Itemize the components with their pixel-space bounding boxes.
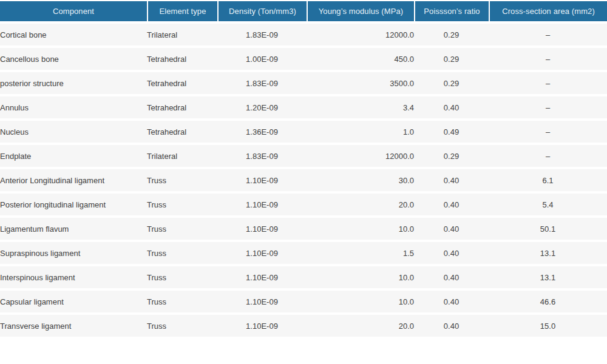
- cell-cross-section-area: 13.1: [489, 264, 607, 288]
- cell-youngs-modulus: 10.0: [307, 264, 414, 288]
- cell-component: Posterior longitudinal ligament: [0, 191, 147, 215]
- cell-poisson-ratio: 0.49: [414, 118, 489, 143]
- cell-youngs-modulus: 12000.0: [307, 143, 414, 167]
- cell-element-type: Tetrahedral: [147, 70, 217, 94]
- cell-poisson-ratio: 0.40: [414, 167, 489, 191]
- table-row: Anterior Longitudinal ligament Truss 1.1…: [0, 167, 607, 191]
- cell-density: 1.10E-09: [217, 264, 307, 288]
- material-properties-table: Component Element type Density (Ton/mm3)…: [0, 1, 607, 337]
- cell-cross-section-area: –: [489, 94, 607, 118]
- cell-youngs-modulus: 20.0: [307, 312, 414, 337]
- cell-element-type: Truss: [147, 191, 217, 215]
- cell-poisson-ratio: 0.29: [414, 70, 489, 94]
- cell-density: 1.10E-09: [217, 215, 307, 240]
- cell-cross-section-area: 13.1: [489, 240, 607, 264]
- cell-youngs-modulus: 1.5: [307, 240, 414, 264]
- cell-cross-section-area: 50.1: [489, 215, 607, 240]
- cell-component: Transverse ligament: [0, 312, 147, 337]
- cell-component: Supraspinous ligament: [0, 240, 147, 264]
- cell-cross-section-area: 15.0: [489, 312, 607, 337]
- table-row: Nucleus Tetrahedral 1.36E-09 1.0 0.49 –: [0, 118, 607, 143]
- cell-cross-section-area: 46.6: [489, 288, 607, 312]
- cell-cross-section-area: 5.4: [489, 191, 607, 215]
- table-row: Cortical bone Trilateral 1.83E-09 12000.…: [0, 21, 607, 46]
- cell-element-type: Truss: [147, 264, 217, 288]
- cell-component: Cancellous bone: [0, 46, 147, 70]
- cell-poisson-ratio: 0.29: [414, 46, 489, 70]
- cell-component: Ligamentum flavum: [0, 215, 147, 240]
- table-row: Interspinous ligament Truss 1.10E-09 10.…: [0, 264, 607, 288]
- table-header: Component Element type Density (Ton/mm3)…: [0, 1, 607, 21]
- cell-element-type: Truss: [147, 312, 217, 337]
- table-body: Cortical bone Trilateral 1.83E-09 12000.…: [0, 21, 607, 337]
- cell-component: Nucleus: [0, 118, 147, 143]
- table-row: Capsular ligament Truss 1.10E-09 10.0 0.…: [0, 288, 607, 312]
- cell-poisson-ratio: 0.40: [414, 191, 489, 215]
- cell-poisson-ratio: 0.40: [414, 215, 489, 240]
- cell-cross-section-area: –: [489, 143, 607, 167]
- cell-element-type: Truss: [147, 215, 217, 240]
- cell-density: 1.83E-09: [217, 70, 307, 94]
- cell-youngs-modulus: 1.0: [307, 118, 414, 143]
- cell-element-type: Tetrahedral: [147, 94, 217, 118]
- table-row: posterior structure Tetrahedral 1.83E-09…: [0, 70, 607, 94]
- cell-cross-section-area: –: [489, 46, 607, 70]
- table-row: Endplate Trilateral 1.83E-09 12000.0 0.2…: [0, 143, 607, 167]
- cell-cross-section-area: –: [489, 21, 607, 46]
- cell-element-type: Tetrahedral: [147, 46, 217, 70]
- cell-youngs-modulus: 20.0: [307, 191, 414, 215]
- column-header-poisson-ratio: Poissson’s ratio: [414, 1, 489, 21]
- cell-density: 1.10E-09: [217, 312, 307, 337]
- cell-poisson-ratio: 0.40: [414, 94, 489, 118]
- column-header-component: Component: [0, 1, 147, 21]
- cell-youngs-modulus: 3500.0: [307, 70, 414, 94]
- table-row: Posterior longitudinal ligament Truss 1.…: [0, 191, 607, 215]
- cell-density: 1.20E-09: [217, 94, 307, 118]
- table-row: Transverse ligament Truss 1.10E-09 20.0 …: [0, 312, 607, 337]
- cell-youngs-modulus: 10.0: [307, 288, 414, 312]
- cell-element-type: Trilateral: [147, 143, 217, 167]
- cell-density: 1.36E-09: [217, 118, 307, 143]
- table-row: Ligamentum flavum Truss 1.10E-09 10.0 0.…: [0, 215, 607, 240]
- column-header-cross-section-area: Cross-section area (mm2): [489, 1, 607, 21]
- column-header-element-type: Element type: [147, 1, 217, 21]
- cell-element-type: Tetrahedral: [147, 118, 217, 143]
- column-header-density: Density (Ton/mm3): [217, 1, 307, 21]
- cell-poisson-ratio: 0.40: [414, 264, 489, 288]
- cell-component: Interspinous ligament: [0, 264, 147, 288]
- cell-youngs-modulus: 450.0: [307, 46, 414, 70]
- cell-density: 1.10E-09: [217, 167, 307, 191]
- table-row: Annulus Tetrahedral 1.20E-09 3.4 0.40 –: [0, 94, 607, 118]
- cell-element-type: Trilateral: [147, 21, 217, 46]
- cell-component: posterior structure: [0, 70, 147, 94]
- cell-cross-section-area: –: [489, 70, 607, 94]
- cell-element-type: Truss: [147, 288, 217, 312]
- cell-poisson-ratio: 0.40: [414, 240, 489, 264]
- cell-poisson-ratio: 0.40: [414, 312, 489, 337]
- cell-youngs-modulus: 12000.0: [307, 21, 414, 46]
- cell-cross-section-area: –: [489, 118, 607, 143]
- cell-poisson-ratio: 0.29: [414, 143, 489, 167]
- table-row: Cancellous bone Tetrahedral 1.00E-09 450…: [0, 46, 607, 70]
- cell-youngs-modulus: 10.0: [307, 215, 414, 240]
- table-row: Supraspinous ligament Truss 1.10E-09 1.5…: [0, 240, 607, 264]
- cell-element-type: Truss: [147, 167, 217, 191]
- column-header-youngs-modulus: Young’s modulus (MPa): [307, 1, 414, 21]
- cell-youngs-modulus: 3.4: [307, 94, 414, 118]
- cell-poisson-ratio: 0.29: [414, 21, 489, 46]
- cell-youngs-modulus: 30.0: [307, 167, 414, 191]
- cell-poisson-ratio: 0.40: [414, 288, 489, 312]
- cell-density: 1.83E-09: [217, 21, 307, 46]
- cell-element-type: Truss: [147, 240, 217, 264]
- cell-density: 1.10E-09: [217, 240, 307, 264]
- cell-density: 1.00E-09: [217, 46, 307, 70]
- cell-component: Endplate: [0, 143, 147, 167]
- cell-density: 1.10E-09: [217, 191, 307, 215]
- header-row: Component Element type Density (Ton/mm3)…: [0, 1, 607, 21]
- cell-density: 1.10E-09: [217, 288, 307, 312]
- cell-component: Cortical bone: [0, 21, 147, 46]
- cell-cross-section-area: 6.1: [489, 167, 607, 191]
- cell-component: Annulus: [0, 94, 147, 118]
- cell-component: Capsular ligament: [0, 288, 147, 312]
- cell-density: 1.83E-09: [217, 143, 307, 167]
